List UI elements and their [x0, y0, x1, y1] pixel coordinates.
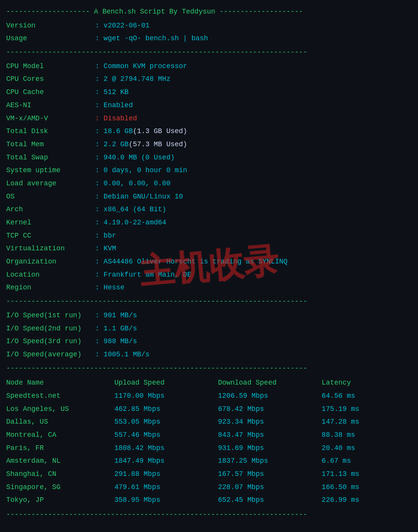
total-mem-value-used: (57.3 MB Used) — [128, 139, 187, 151]
io-speed1-label: I/O Speed(1st run) — [6, 310, 95, 322]
total-disk-value-used: (1.3 GB Used) — [133, 126, 187, 137]
upload-speed: 1847.49 Mbps — [114, 455, 218, 468]
cpu-model-label: CPU Model — [6, 61, 95, 72]
node-name: Montreal, CA — [6, 429, 114, 442]
org-row: Organization : AS44486 Oliver Horscht is… — [6, 256, 412, 268]
node-name: Paris, FR — [6, 442, 114, 455]
uptime-row: System uptime : 0 days, 0 hour 0 min — [6, 165, 412, 176]
virt-value: : KVM — [95, 243, 116, 255]
org-value: : AS44486 Oliver Horscht is trading as S… — [95, 256, 288, 268]
header-divider-mid: ----------------------------------------… — [6, 47, 412, 58]
cpu-cores-label: CPU Cores — [6, 74, 95, 85]
total-disk-value-main: : 18.6 GB — [95, 126, 133, 137]
table-row: Paris, FR 1808.42 Mbps 931.69 Mbps 20.40… — [6, 442, 412, 455]
latency: 147.28 ms — [322, 416, 412, 429]
node-name: Amsterdam, NL — [6, 455, 114, 468]
latency: 171.13 ms — [322, 468, 412, 481]
table-row: Speedtest.net 1170.00 Mbps 1206.59 Mbps … — [6, 390, 412, 403]
io-speed2-value: : 1.1 GB/s — [95, 323, 137, 335]
download-speed: 1837.25 Mbps — [218, 455, 322, 468]
network-section: Node Name Upload Speed Download Speed La… — [6, 376, 412, 507]
usage-label: Usage — [6, 33, 95, 44]
col-latency-header: Latency — [322, 376, 412, 390]
network-divider-end: ----------------------------------------… — [6, 509, 412, 521]
vm-amd-value: : Disabled — [95, 113, 137, 125]
io-speed3-value: : 988 MB/s — [95, 336, 137, 347]
latency: 226.99 ms — [322, 494, 412, 507]
total-swap-value: : 940.0 MB (0 Used) — [95, 152, 175, 164]
version-label: Version — [6, 20, 95, 32]
load-avg-label: Load average — [6, 178, 95, 190]
io-divider-end: ----------------------------------------… — [6, 363, 412, 375]
os-value: : Debian GNU/Linux 10 — [95, 191, 183, 203]
node-name: Speedtest.net — [6, 390, 114, 403]
node-name: Dallas, US — [6, 416, 114, 429]
upload-speed: 462.85 Mbps — [114, 403, 218, 416]
table-row: Amsterdam, NL 1847.49 Mbps 1837.25 Mbps … — [6, 455, 412, 468]
arch-value: : x86_64 (64 Bit) — [95, 204, 166, 216]
os-row: OS : Debian GNU/Linux 10 — [6, 191, 412, 203]
io-avg-row: I/O Speed(average) : 1005.1 MB/s — [6, 349, 412, 361]
load-avg-value: : 0.00, 0.00, 0.00 — [95, 178, 170, 190]
version-row: Version : v2022-06-01 — [6, 20, 412, 32]
upload-speed: 553.05 Mbps — [114, 416, 218, 429]
io-speed1-row: I/O Speed(1st run) : 901 MB/s — [6, 310, 412, 322]
latency: 64.56 ms — [322, 390, 412, 403]
location-label: Location — [6, 269, 95, 281]
total-swap-label: Total Swap — [6, 152, 95, 164]
node-name: Tokyo, JP — [6, 494, 114, 507]
upload-speed: 1170.00 Mbps — [114, 390, 218, 403]
vm-amd-label: VM-x/AMD-V — [6, 113, 95, 125]
latency: 20.40 ms — [322, 442, 412, 455]
table-row: Montreal, CA 557.46 Mbps 843.47 Mbps 88.… — [6, 429, 412, 442]
download-speed: 652.45 Mbps — [218, 494, 322, 507]
io-speed2-row: I/O Speed(2nd run) : 1.1 GB/s — [6, 323, 412, 335]
download-speed: 843.47 Mbps — [218, 429, 322, 442]
upload-speed: 479.61 Mbps — [114, 481, 218, 494]
upload-speed: 557.46 Mbps — [114, 429, 218, 442]
location-value: : Frankfurt am Main, DE — [95, 269, 191, 281]
kernel-value: : 4.19.0-22-amd64 — [95, 217, 166, 229]
aes-ni-label: AES-NI — [6, 100, 95, 111]
latency: 6.67 ms — [322, 455, 412, 468]
download-speed: 1206.59 Mbps — [218, 390, 322, 403]
node-name: Singapore, SG — [6, 481, 114, 494]
tcp-cc-label: TCP CC — [6, 230, 95, 242]
arch-label: Arch — [6, 204, 95, 216]
region-row: Region : Hesse — [6, 282, 412, 294]
upload-speed: 1808.42 Mbps — [114, 442, 218, 455]
total-disk-label: Total Disk — [6, 126, 95, 137]
col-node-header: Node Name — [6, 376, 114, 390]
total-disk-row: Total Disk : 18.6 GB (1.3 GB Used) — [6, 126, 412, 137]
arch-row: Arch : x86_64 (64 Bit) — [6, 204, 412, 216]
tcp-cc-row: TCP CC : bbr — [6, 230, 412, 242]
io-avg-value: : 1005.1 MB/s — [95, 349, 149, 361]
total-mem-label: Total Mem — [6, 139, 95, 151]
download-speed: 678.42 Mbps — [218, 403, 322, 416]
cpu-cores-value: : 2 @ 2794.748 MHz — [95, 74, 170, 85]
region-label: Region — [6, 282, 95, 294]
cpu-cache-value: : 512 KB — [95, 87, 128, 98]
uptime-label: System uptime — [6, 165, 95, 176]
total-mem-value-main: : 2.2 GB — [95, 139, 128, 151]
node-name: Shanghai, CN — [6, 468, 114, 481]
col-download-header: Download Speed — [218, 376, 322, 390]
download-speed: 167.57 Mbps — [218, 468, 322, 481]
load-avg-row: Load average : 0.00, 0.00, 0.00 — [6, 178, 412, 190]
location-row: Location : Frankfurt am Main, DE — [6, 269, 412, 281]
kernel-label: Kernel — [6, 217, 95, 229]
node-name: Los Angeles, US — [6, 403, 114, 416]
aes-ni-value: : Enabled — [95, 100, 133, 111]
cpu-cache-label: CPU Cache — [6, 87, 95, 98]
io-speed3-label: I/O Speed(3rd run) — [6, 336, 95, 347]
io-speed1-value: : 901 MB/s — [95, 310, 137, 322]
io-speed3-row: I/O Speed(3rd run) : 988 MB/s — [6, 336, 412, 347]
org-label: Organization — [6, 256, 95, 268]
table-row: Los Angeles, US 462.85 Mbps 678.42 Mbps … — [6, 403, 412, 416]
table-row: Tokyo, JP 358.95 Mbps 652.45 Mbps 226.99… — [6, 494, 412, 507]
region-value: : Hesse — [95, 282, 125, 294]
os-label: OS — [6, 191, 95, 203]
io-speed2-label: I/O Speed(2nd run) — [6, 323, 95, 335]
cpu-model-row: CPU Model : Common KVM processor — [6, 61, 412, 72]
upload-speed: 358.95 Mbps — [114, 494, 218, 507]
